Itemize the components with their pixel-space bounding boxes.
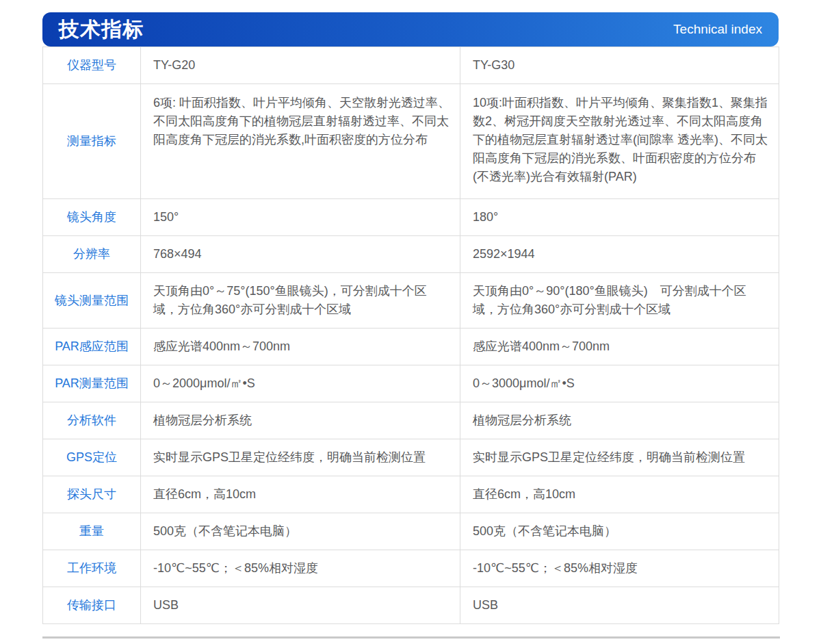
table-row-gps: GPS定位 实时显示GPS卫星定位经纬度，明确当前检测位置 实时显示GPS卫星定…: [43, 439, 779, 476]
bottom-divider-line: [42, 636, 780, 639]
spec-value-g20: 天顶角由0°～75°(150°鱼眼镜头)，可分割成十个区域，方位角360°亦可分…: [141, 273, 460, 329]
spec-value-g30: 植物冠层分析系统: [460, 402, 779, 439]
spec-value-g30: USB: [460, 587, 779, 624]
spec-label: 仪器型号: [43, 47, 141, 84]
spec-label: 测量指标: [43, 84, 141, 199]
table-row-environment: 工作环境 -10℃~55℃；＜85%相对湿度 -10℃~55℃；＜85%相对湿度: [43, 550, 779, 587]
spec-value-g30: 感应光谱400nm～700nm: [460, 329, 779, 365]
table-row-lens-angle: 镜头角度 150° 180°: [43, 199, 779, 236]
spec-sheet-page: 技术指标 Technical index 仪器型号 TY-G20 TY-G30 …: [0, 0, 821, 644]
spec-label: 分辨率: [43, 236, 141, 273]
spec-label: 镜头测量范围: [43, 273, 141, 329]
table-row-interface: 传输接口 USB USB: [43, 587, 779, 624]
spec-value-g20: 感应光谱400nm～700nm: [141, 329, 460, 365]
page-subtitle-english: Technical index: [673, 22, 762, 37]
spec-value-g20: 150°: [141, 199, 460, 236]
spec-table-body: 仪器型号 TY-G20 TY-G30 测量指标 6项: 叶面积指数、叶片平均倾角…: [43, 47, 779, 624]
spec-value-g30: 180°: [460, 199, 779, 236]
spec-label: 分析软件: [43, 402, 141, 439]
table-row-software: 分析软件 植物冠层分析系统 植物冠层分析系统: [43, 402, 779, 439]
spec-value-g20: 植物冠层分析系统: [141, 402, 460, 439]
table-row-probe-size: 探头尺寸 直径6cm，高10cm 直径6cm，高10cm: [43, 476, 779, 513]
spec-value-g30: 直径6cm，高10cm: [460, 476, 779, 513]
spec-value-g30: 天顶角由0°～90°(180°鱼眼镜头) 可分割成十个区域，方位角360°亦可分…: [460, 273, 779, 329]
spec-value-g20: 6项: 叶面积指数、叶片平均倾角、天空散射光透过率、不同太阳高度角下的植物冠层直…: [141, 84, 460, 199]
spec-value-g20: USB: [141, 587, 460, 624]
spec-value-g20: 实时显示GPS卫星定位经纬度，明确当前检测位置: [141, 439, 460, 476]
spec-value-g30: 10项:叶面积指数、叶片平均倾角、聚集指数1、聚集指数2、树冠开阔度天空散射光透…: [460, 84, 779, 199]
spec-value-g30: TY-G30: [460, 47, 779, 84]
spec-value-g30: -10℃~55℃；＜85%相对湿度: [460, 550, 779, 587]
spec-value-g20: 直径6cm，高10cm: [141, 476, 460, 513]
spec-value-g30: 2592×1944: [460, 236, 779, 273]
table-row-weight: 重量 500克（不含笔记本电脑） 500克（不含笔记本电脑）: [43, 513, 779, 550]
page-title: 技术指标: [59, 12, 144, 47]
spec-label: 重量: [43, 513, 141, 550]
spec-label: 工作环境: [43, 550, 141, 587]
table-row-par-range: PAR测量范围 0～2000μmol/㎡•S 0～3000μmol/㎡•S: [43, 365, 779, 402]
spec-value-g30: 实时显示GPS卫星定位经纬度，明确当前检测位置: [460, 439, 779, 476]
spec-value-g20: 0～2000μmol/㎡•S: [141, 365, 460, 402]
table-row-indicators: 测量指标 6项: 叶面积指数、叶片平均倾角、天空散射光透过率、不同太阳高度角下的…: [43, 84, 779, 199]
table-row-model: 仪器型号 TY-G20 TY-G30: [43, 47, 779, 84]
spec-label: GPS定位: [43, 439, 141, 476]
spec-label: PAR测量范围: [43, 365, 141, 402]
spec-value-g20: 768×494: [141, 236, 460, 273]
spec-label: PAR感应范围: [43, 329, 141, 365]
section-header-bar: 技术指标 Technical index: [42, 12, 779, 47]
spec-value-g20: 500克（不含笔记本电脑）: [141, 513, 460, 550]
spec-value-g20: -10℃~55℃；＜85%相对湿度: [141, 550, 460, 587]
table-row-resolution: 分辨率 768×494 2592×1944: [43, 236, 779, 273]
table-row-lens-range: 镜头测量范围 天顶角由0°～75°(150°鱼眼镜头)，可分割成十个区域，方位角…: [43, 273, 779, 329]
spec-table: 仪器型号 TY-G20 TY-G30 测量指标 6项: 叶面积指数、叶片平均倾角…: [42, 47, 779, 624]
spec-label: 传输接口: [43, 587, 141, 624]
spec-label: 探头尺寸: [43, 476, 141, 513]
table-row-par-sensing: PAR感应范围 感应光谱400nm～700nm 感应光谱400nm～700nm: [43, 329, 779, 365]
spec-value-g30: 500克（不含笔记本电脑）: [460, 513, 779, 550]
spec-value-g30: 0～3000μmol/㎡•S: [460, 365, 779, 402]
spec-label: 镜头角度: [43, 199, 141, 236]
spec-value-g20: TY-G20: [141, 47, 460, 84]
